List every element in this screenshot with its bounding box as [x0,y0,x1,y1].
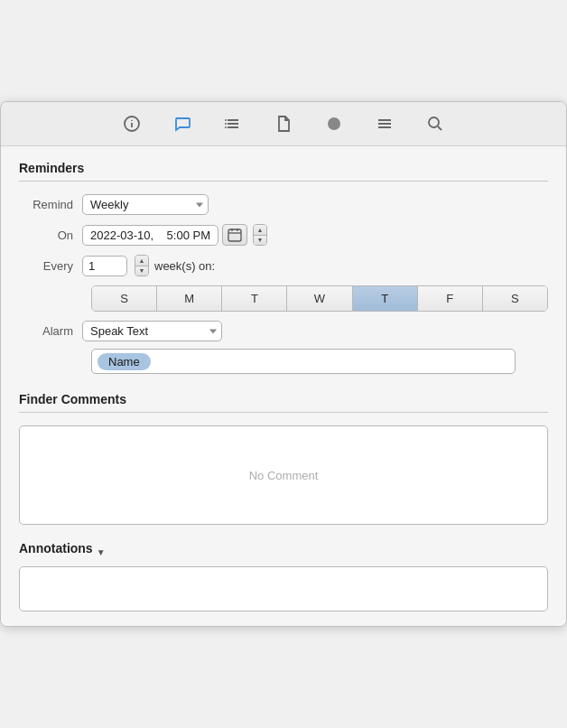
annotations-title: Annotations [19,541,93,555]
chat-icon[interactable] [170,111,195,136]
alarm-row: Alarm Speak Text None Message Message wi… [19,321,548,341]
day-wednesday[interactable]: W [287,286,352,311]
every-stepper[interactable]: ▲ ▼ [135,255,149,276]
main-window: Reminders Remind Weekly Once Daily Month… [0,101,567,627]
toolbar [1,102,566,146]
annotations-dropdown-arrow: ▼ [97,547,106,557]
menu-lines-icon[interactable] [372,111,397,136]
circle-icon[interactable] [321,111,347,136]
svg-point-2 [131,120,133,122]
svg-point-6 [225,119,227,121]
name-row: Name [91,349,548,374]
list-icon[interactable] [220,111,246,136]
date-value: 2022-03-10, 5:00 PM [82,225,218,246]
every-row: Every ▲ ▼ week(s) on: [19,255,548,276]
day-saturday[interactable]: S [483,286,547,311]
alarm-select[interactable]: Speak Text None Message Message with Sou… [82,321,222,341]
every-up-arrow[interactable]: ▲ [135,256,148,266]
finder-comments-title: Finder Comments [19,392,548,406]
every-down-arrow[interactable]: ▼ [135,266,148,276]
every-label: Every [19,259,82,273]
on-row: On 2022-03-10, 5:00 PM [19,224,548,246]
calendar-button[interactable] [222,224,247,246]
alarm-label: Alarm [19,324,82,338]
remind-select[interactable]: Weekly Once Daily Monthly Yearly [82,194,209,215]
time-stepper[interactable]: ▲ ▼ [253,224,267,246]
day-friday[interactable]: F [418,286,483,311]
day-sunday[interactable]: S [92,286,157,311]
week-label: week(s) on: [154,259,215,273]
remind-row: Remind Weekly Once Daily Monthly Yearly [19,194,548,215]
reminders-divider [19,181,548,182]
every-controls: ▲ ▼ week(s) on: [82,255,215,276]
reminders-title: Reminders [19,161,548,175]
document-icon[interactable] [271,111,296,136]
remind-label: Remind [19,198,82,211]
annotations-header[interactable]: Annotations ▼ [19,541,548,561]
comments-box[interactable]: No Comment [19,425,548,525]
info-icon[interactable] [119,111,144,136]
content-area: Reminders Remind Weekly Once Daily Month… [1,146,566,626]
on-label: On [19,229,82,242]
svg-line-14 [438,126,442,130]
svg-rect-15 [228,229,241,241]
svg-point-7 [225,123,227,125]
day-thursday[interactable]: T [353,286,418,311]
name-chip: Name [98,353,151,370]
datetime-row: 2022-03-10, 5:00 PM ▲ [82,224,267,246]
svg-point-9 [328,117,340,130]
svg-point-13 [429,117,439,127]
svg-point-8 [225,126,227,128]
search-icon[interactable] [423,111,448,136]
every-input[interactable] [82,256,127,276]
finder-divider [19,412,548,413]
day-tuesday[interactable]: T [222,286,287,311]
finder-comments-section: Finder Comments No Comment [19,392,548,525]
day-monday[interactable]: M [157,286,222,311]
time-down-arrow[interactable]: ▼ [254,236,266,246]
time-up-arrow[interactable]: ▲ [254,225,266,236]
reminders-section: Reminders Remind Weekly Once Daily Month… [19,161,548,374]
day-buttons: S M T W T F S [91,285,548,312]
remind-select-wrapper: Weekly Once Daily Monthly Yearly [82,194,209,215]
no-comment-text: No Comment [249,469,319,482]
annotations-section: Annotations ▼ [19,541,548,611]
name-field[interactable]: Name [91,349,516,374]
annotations-box [19,566,548,611]
alarm-select-wrapper: Speak Text None Message Message with Sou… [82,321,222,341]
